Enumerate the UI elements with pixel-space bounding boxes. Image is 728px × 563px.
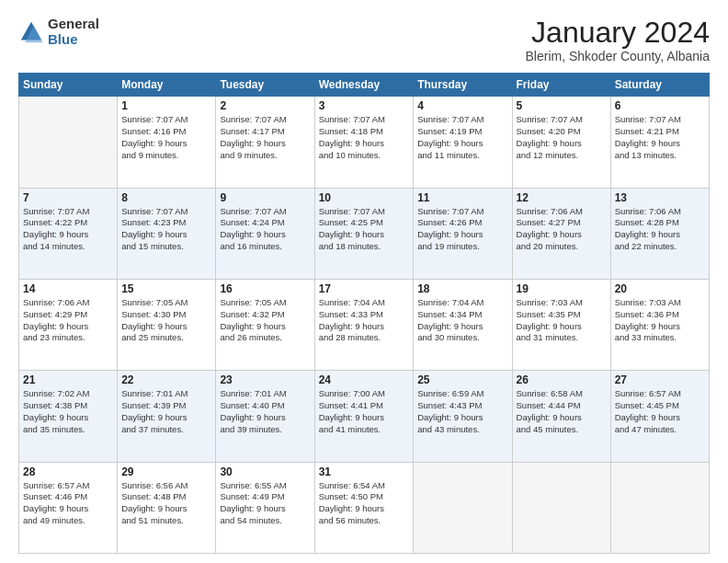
day-info: Sunrise: 6:57 AMSunset: 4:46 PMDaylight:…	[23, 480, 113, 527]
calendar-cell: 14Sunrise: 7:06 AMSunset: 4:29 PMDayligh…	[19, 279, 118, 370]
col-friday: Friday	[512, 74, 610, 97]
day-number: 30	[220, 465, 310, 478]
day-number: 28	[23, 465, 113, 478]
day-info: Sunrise: 7:01 AMSunset: 4:39 PMDaylight:…	[121, 388, 211, 435]
col-tuesday: Tuesday	[216, 74, 314, 97]
calendar-cell: 22Sunrise: 7:01 AMSunset: 4:39 PMDayligh…	[118, 371, 216, 462]
col-thursday: Thursday	[414, 74, 512, 97]
day-number: 13	[615, 191, 705, 204]
day-info: Sunrise: 6:59 AMSunset: 4:43 PMDaylight:…	[417, 388, 507, 435]
calendar-cell: 24Sunrise: 7:00 AMSunset: 4:41 PMDayligh…	[314, 371, 414, 462]
day-number: 26	[517, 373, 607, 386]
calendar-week-row: 21Sunrise: 7:02 AMSunset: 4:38 PMDayligh…	[19, 371, 710, 462]
calendar-cell: 11Sunrise: 7:07 AMSunset: 4:26 PMDayligh…	[414, 188, 512, 279]
calendar-cell: 29Sunrise: 6:56 AMSunset: 4:48 PMDayligh…	[118, 462, 216, 553]
day-info: Sunrise: 7:01 AMSunset: 4:40 PMDaylight:…	[220, 388, 310, 435]
day-info: Sunrise: 6:56 AMSunset: 4:48 PMDaylight:…	[121, 480, 211, 527]
day-info: Sunrise: 7:02 AMSunset: 4:38 PMDaylight:…	[23, 388, 113, 435]
day-number: 11	[417, 191, 507, 204]
day-number: 6	[615, 99, 705, 112]
day-info: Sunrise: 7:07 AMSunset: 4:16 PMDaylight:…	[121, 114, 211, 161]
logo-blue: Blue	[48, 32, 99, 48]
day-number: 18	[417, 282, 507, 295]
day-number: 22	[121, 373, 211, 386]
calendar-cell: 7Sunrise: 7:07 AMSunset: 4:22 PMDaylight…	[19, 188, 118, 279]
day-number: 15	[121, 282, 211, 295]
calendar-cell: 13Sunrise: 7:06 AMSunset: 4:28 PMDayligh…	[610, 188, 709, 279]
calendar-cell: 30Sunrise: 6:55 AMSunset: 4:49 PMDayligh…	[216, 462, 314, 553]
calendar-cell: 9Sunrise: 7:07 AMSunset: 4:24 PMDaylight…	[216, 188, 314, 279]
calendar-cell	[19, 97, 118, 188]
calendar-cell	[610, 462, 709, 553]
day-number: 1	[121, 99, 211, 112]
calendar-cell: 6Sunrise: 7:07 AMSunset: 4:21 PMDaylight…	[610, 97, 709, 188]
calendar-week-row: 1Sunrise: 7:07 AMSunset: 4:16 PMDaylight…	[19, 97, 710, 188]
calendar-cell: 3Sunrise: 7:07 AMSunset: 4:18 PMDaylight…	[314, 97, 414, 188]
calendar-cell: 19Sunrise: 7:03 AMSunset: 4:35 PMDayligh…	[512, 279, 610, 370]
day-info: Sunrise: 7:00 AMSunset: 4:41 PMDaylight:…	[319, 388, 410, 435]
logo: General Blue	[18, 17, 99, 47]
day-info: Sunrise: 6:55 AMSunset: 4:49 PMDaylight:…	[220, 480, 310, 527]
calendar-cell: 21Sunrise: 7:02 AMSunset: 4:38 PMDayligh…	[19, 371, 118, 462]
day-number: 25	[417, 373, 507, 386]
calendar-cell: 2Sunrise: 7:07 AMSunset: 4:17 PMDaylight…	[216, 97, 314, 188]
day-info: Sunrise: 7:04 AMSunset: 4:34 PMDaylight:…	[417, 297, 507, 344]
day-info: Sunrise: 7:06 AMSunset: 4:29 PMDaylight:…	[23, 297, 113, 344]
day-number: 5	[517, 99, 607, 112]
calendar-cell: 31Sunrise: 6:54 AMSunset: 4:50 PMDayligh…	[314, 462, 414, 553]
day-number: 10	[319, 191, 410, 204]
calendar-cell	[512, 462, 610, 553]
day-info: Sunrise: 7:03 AMSunset: 4:36 PMDaylight:…	[615, 297, 705, 344]
day-info: Sunrise: 7:07 AMSunset: 4:17 PMDaylight:…	[220, 114, 310, 161]
col-wednesday: Wednesday	[314, 74, 414, 97]
calendar-cell: 25Sunrise: 6:59 AMSunset: 4:43 PMDayligh…	[414, 371, 512, 462]
calendar: Sunday Monday Tuesday Wednesday Thursday…	[18, 73, 710, 554]
calendar-week-row: 14Sunrise: 7:06 AMSunset: 4:29 PMDayligh…	[19, 279, 710, 370]
calendar-cell: 8Sunrise: 7:07 AMSunset: 4:23 PMDaylight…	[118, 188, 216, 279]
day-number: 14	[23, 282, 113, 295]
calendar-week-row: 28Sunrise: 6:57 AMSunset: 4:46 PMDayligh…	[19, 462, 710, 553]
day-info: Sunrise: 7:05 AMSunset: 4:32 PMDaylight:…	[220, 297, 310, 344]
calendar-cell: 20Sunrise: 7:03 AMSunset: 4:36 PMDayligh…	[610, 279, 709, 370]
calendar-cell: 10Sunrise: 7:07 AMSunset: 4:25 PMDayligh…	[314, 188, 414, 279]
day-number: 24	[319, 373, 410, 386]
day-number: 19	[517, 282, 607, 295]
day-info: Sunrise: 7:04 AMSunset: 4:33 PMDaylight:…	[319, 297, 410, 344]
calendar-week-row: 7Sunrise: 7:07 AMSunset: 4:22 PMDaylight…	[19, 188, 710, 279]
day-number: 29	[121, 465, 211, 478]
day-info: Sunrise: 7:07 AMSunset: 4:19 PMDaylight:…	[417, 114, 507, 161]
col-saturday: Saturday	[610, 74, 709, 97]
logo-icon	[18, 19, 44, 45]
calendar-cell: 15Sunrise: 7:05 AMSunset: 4:30 PMDayligh…	[118, 279, 216, 370]
calendar-cell: 18Sunrise: 7:04 AMSunset: 4:34 PMDayligh…	[414, 279, 512, 370]
day-number: 21	[23, 373, 113, 386]
day-info: Sunrise: 7:07 AMSunset: 4:23 PMDaylight:…	[121, 206, 211, 253]
day-info: Sunrise: 7:07 AMSunset: 4:21 PMDaylight:…	[615, 114, 705, 161]
calendar-cell: 27Sunrise: 6:57 AMSunset: 4:45 PMDayligh…	[610, 371, 709, 462]
day-info: Sunrise: 7:03 AMSunset: 4:35 PMDaylight:…	[517, 297, 607, 344]
day-info: Sunrise: 7:05 AMSunset: 4:30 PMDaylight:…	[121, 297, 211, 344]
day-info: Sunrise: 7:07 AMSunset: 4:22 PMDaylight:…	[23, 206, 113, 253]
header: General Blue January 2024 Blerim, Shkode…	[18, 17, 710, 63]
day-info: Sunrise: 7:07 AMSunset: 4:20 PMDaylight:…	[517, 114, 607, 161]
day-info: Sunrise: 6:57 AMSunset: 4:45 PMDaylight:…	[615, 388, 705, 435]
day-info: Sunrise: 7:07 AMSunset: 4:18 PMDaylight:…	[319, 114, 410, 161]
day-number: 12	[517, 191, 607, 204]
day-info: Sunrise: 7:07 AMSunset: 4:26 PMDaylight:…	[417, 206, 507, 253]
day-number: 27	[615, 373, 705, 386]
calendar-cell: 12Sunrise: 7:06 AMSunset: 4:27 PMDayligh…	[512, 188, 610, 279]
month-title: January 2024	[525, 17, 710, 49]
day-number: 3	[319, 99, 410, 112]
location: Blerim, Shkoder County, Albania	[525, 49, 710, 63]
calendar-cell	[414, 462, 512, 553]
calendar-cell: 16Sunrise: 7:05 AMSunset: 4:32 PMDayligh…	[216, 279, 314, 370]
day-info: Sunrise: 6:58 AMSunset: 4:44 PMDaylight:…	[517, 388, 607, 435]
day-info: Sunrise: 7:07 AMSunset: 4:24 PMDaylight:…	[220, 206, 310, 253]
day-number: 23	[220, 373, 310, 386]
day-number: 7	[23, 191, 113, 204]
day-number: 2	[220, 99, 310, 112]
calendar-header-row: Sunday Monday Tuesday Wednesday Thursday…	[19, 74, 710, 97]
calendar-cell: 1Sunrise: 7:07 AMSunset: 4:16 PMDaylight…	[118, 97, 216, 188]
day-info: Sunrise: 7:06 AMSunset: 4:28 PMDaylight:…	[615, 206, 705, 253]
day-number: 9	[220, 191, 310, 204]
